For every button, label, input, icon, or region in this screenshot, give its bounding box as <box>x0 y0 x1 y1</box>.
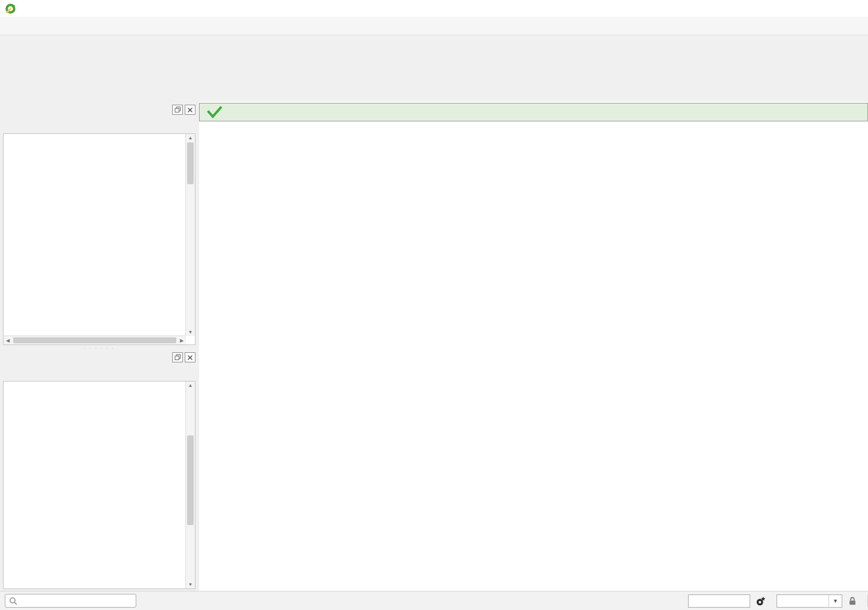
map-area <box>199 102 868 591</box>
lock-scale-icon[interactable] <box>847 596 858 606</box>
extents-toggle-icon[interactable] <box>755 595 767 607</box>
status-bar: ▼ <box>0 591 868 610</box>
browser-panel: ▲ ▼ ◀▶ <box>3 103 195 344</box>
browser-float-button[interactable] <box>172 105 183 115</box>
panel-splitter[interactable]: · · · · · · <box>3 346 195 350</box>
map-canvas[interactable] <box>199 122 868 591</box>
browser-tree: ▲ ▼ ◀▶ <box>3 133 195 345</box>
browser-close-button[interactable] <box>185 105 195 115</box>
layers-panel: ▲ ▼ <box>3 350 195 590</box>
search-icon <box>9 597 17 605</box>
toolbar-main <box>0 35 868 57</box>
locator-input[interactable] <box>20 596 136 606</box>
coordinate-input[interactable] <box>692 596 746 606</box>
layers-float-button[interactable] <box>172 352 183 362</box>
locator-box <box>5 594 136 608</box>
layers-close-button[interactable] <box>185 352 195 362</box>
left-dock: ▲ ▼ ◀▶ · · · · · · ▲ <box>0 102 199 591</box>
coordinate-box <box>688 594 750 608</box>
browser-panel-header <box>3 103 195 117</box>
browser-vertical-scrollbar[interactable]: ▲ ▼ <box>185 134 195 336</box>
layers-toolbar <box>3 364 195 381</box>
menu-bar <box>0 17 868 35</box>
success-check-icon <box>207 106 222 119</box>
qgis-logo-icon <box>5 3 16 14</box>
title-bar <box>0 0 868 17</box>
toolbar-plugins <box>0 80 868 102</box>
qgis-window: ▲ ▼ ◀▶ · · · · · · ▲ <box>0 0 868 610</box>
toolbar-digitizing <box>0 57 868 80</box>
layers-panel-header <box>3 350 195 364</box>
scale-dropdown-icon[interactable]: ▼ <box>829 595 838 607</box>
message-bar <box>199 103 868 121</box>
browser-horizontal-scrollbar[interactable]: ◀▶ <box>4 336 186 344</box>
layers-list: ▲ ▼ <box>3 381 195 589</box>
scale-combo[interactable]: ▼ <box>777 594 842 608</box>
browser-toolbar <box>3 117 195 133</box>
layers-vertical-scrollbar[interactable]: ▲ ▼ <box>185 382 195 588</box>
